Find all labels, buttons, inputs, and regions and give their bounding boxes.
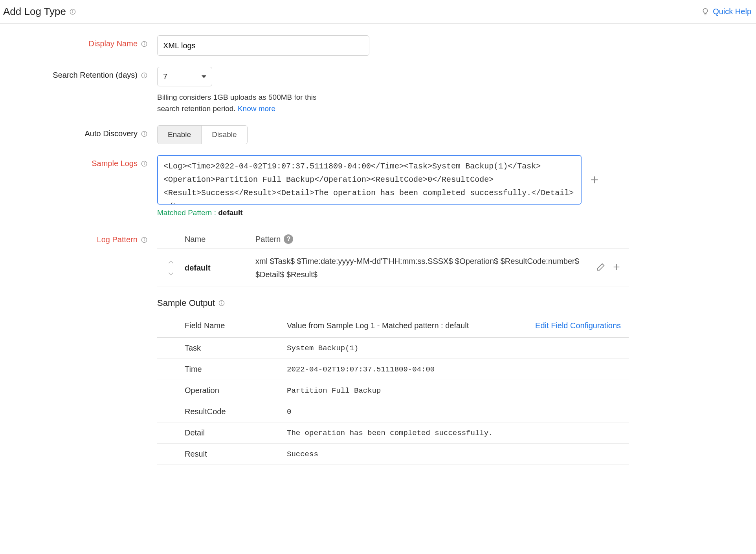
add-sample-log-button[interactable] [589,175,600,185]
output-row: ResultSuccess [157,444,629,465]
display-name-label: Display Name [0,35,157,48]
output-field-value: Partition Full Backup [287,386,527,395]
output-col-value: Value from Sample Log 1 - Matched patter… [287,321,527,330]
svg-point-24 [221,302,222,302]
output-row: Time2022-04-02T19:07:37.5111809-04:00 [157,359,629,380]
pattern-col-pattern: Pattern ? [255,234,589,244]
output-field-name: ResultCode [185,407,287,416]
output-field-value: System Backup(1) [287,344,527,353]
log-pattern-label: Log Pattern [0,228,157,244]
output-col-field: Field Name [185,321,287,330]
add-pattern-button[interactable] [612,263,621,273]
lightbulb-icon [701,7,710,16]
svg-point-5 [144,42,145,43]
move-up-button[interactable] [168,258,174,266]
output-field-value: Success [287,450,527,459]
output-row: TaskSystem Backup(1) [157,338,629,359]
svg-point-19 [144,238,145,239]
output-field-value: The operation has been completed success… [287,429,527,437]
retention-value: 7 [163,72,167,81]
output-field-name: Operation [185,386,287,395]
info-icon[interactable] [141,130,148,137]
enable-button[interactable]: Enable [158,126,202,144]
page-title: Add Log Type [3,5,76,18]
output-field-name: Task [185,344,287,353]
output-row: OperationPartition Full Backup [157,380,629,401]
info-icon[interactable] [141,160,148,167]
output-field-name: Detail [185,428,287,437]
pattern-name: default [185,263,255,272]
matched-pattern-text: Matched Pattern : default [157,208,641,217]
info-icon[interactable] [141,236,148,243]
move-down-button[interactable] [168,269,174,278]
chevron-down-icon [202,75,206,78]
output-row: DetailThe operation has been completed s… [157,422,629,444]
info-icon[interactable] [218,300,225,307]
pattern-col-name: Name [185,235,255,244]
sample-output-table: Field Name Value from Sample Log 1 - Mat… [157,314,629,465]
help-icon[interactable]: ? [284,234,293,244]
page-title-text: Add Log Type [3,5,66,18]
svg-point-14 [144,162,145,163]
output-field-name: Result [185,450,287,459]
disable-button[interactable]: Disable [202,126,247,144]
pattern-text: xml $Task$ $Time:date:yyyy-MM-dd'T'HH:mm… [255,254,589,281]
pattern-row: default xml $Task$ $Time:date:yyyy-MM-dd… [157,249,629,287]
know-more-link[interactable]: Know more [238,104,275,113]
quick-help-text: Quick Help [713,7,751,16]
svg-point-11 [144,132,145,133]
sample-logs-label: Sample Logs [0,155,157,168]
quick-help-link[interactable]: Quick Help [701,7,751,16]
sample-logs-textarea[interactable]: <Log><Time>2022-04-02T19:07:37.5111809-0… [157,155,582,205]
output-field-name: Time [185,365,287,374]
auto-discovery-label: Auto Discovery [0,125,157,138]
info-icon[interactable] [69,8,76,15]
info-icon[interactable] [141,40,148,48]
output-row: ResultCode0 [157,401,629,422]
auto-discovery-toggle: Enable Disable [157,125,248,144]
output-field-value: 0 [287,408,527,416]
retention-label: Search Retention (days) [0,67,157,80]
edit-pattern-button[interactable] [596,263,605,273]
pattern-table: Name Pattern ? default xml $Task$ $Time:… [157,230,629,287]
sample-output-title: Sample Output [157,298,641,308]
retention-select[interactable]: 7 [157,67,212,86]
display-name-input[interactable] [157,35,369,56]
retention-hint: Billing considers 1GB uploads as 500MB f… [157,92,338,114]
svg-point-8 [144,74,145,74]
output-field-value: 2022-04-02T19:07:37.5111809-04:00 [287,365,527,374]
info-icon[interactable] [141,72,148,79]
edit-field-config-link[interactable]: Edit Field Configurations [535,321,621,330]
svg-point-2 [73,10,73,11]
